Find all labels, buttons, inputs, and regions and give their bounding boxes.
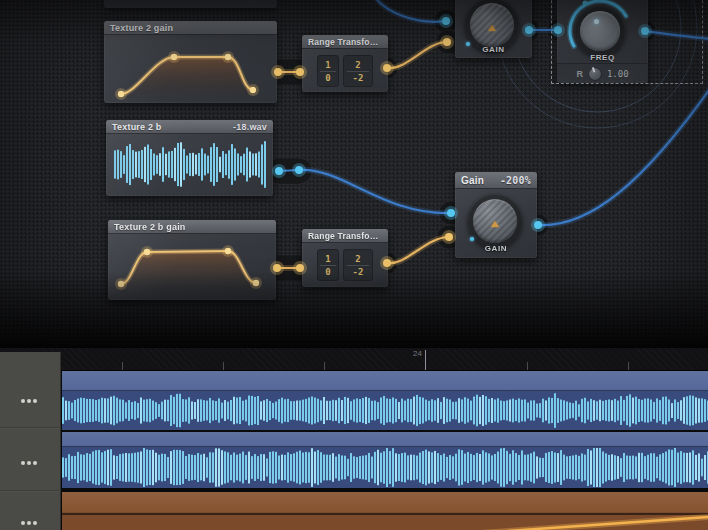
track-header-1[interactable] [0, 352, 61, 427]
ruler-tick [527, 362, 528, 370]
clip-waveform [62, 447, 708, 488]
ruler-tick [628, 362, 629, 370]
automation-curve[interactable] [62, 492, 708, 530]
clip-waveform [62, 391, 708, 430]
timeline-panel: 24 [0, 347, 708, 530]
app-window: Texture 2 gain [0, 0, 708, 530]
more-options-icon[interactable] [21, 521, 37, 525]
ruler-tick [122, 362, 123, 370]
ruler-tick [324, 362, 325, 370]
clip-body [62, 391, 708, 430]
timeline-ruler[interactable]: 24 [0, 347, 708, 371]
blue-ports[interactable] [272, 1, 652, 233]
clip-body [62, 447, 708, 488]
track-header-3[interactable] [0, 490, 61, 530]
ruler-bar-number: 24 [395, 349, 422, 358]
clip-header[interactable] [62, 432, 708, 447]
orange-ports[interactable] [270, 35, 456, 275]
more-options-icon[interactable] [21, 399, 37, 403]
track-header-2[interactable] [0, 427, 61, 490]
automation-clip-track3[interactable] [62, 492, 708, 530]
node-graph-canvas[interactable]: Texture 2 gain [0, 0, 708, 348]
audio-clip-track2[interactable] [62, 432, 708, 488]
ruler-tick [223, 362, 224, 370]
more-options-icon[interactable] [21, 461, 37, 465]
ruler-tick-major [425, 350, 426, 370]
clip-header[interactable] [62, 371, 708, 391]
track-sidebar [0, 352, 61, 530]
wires-layer [0, 0, 708, 348]
audio-clip-track1[interactable] [62, 371, 708, 430]
freq-top-indicator-dot [583, 1, 588, 6]
